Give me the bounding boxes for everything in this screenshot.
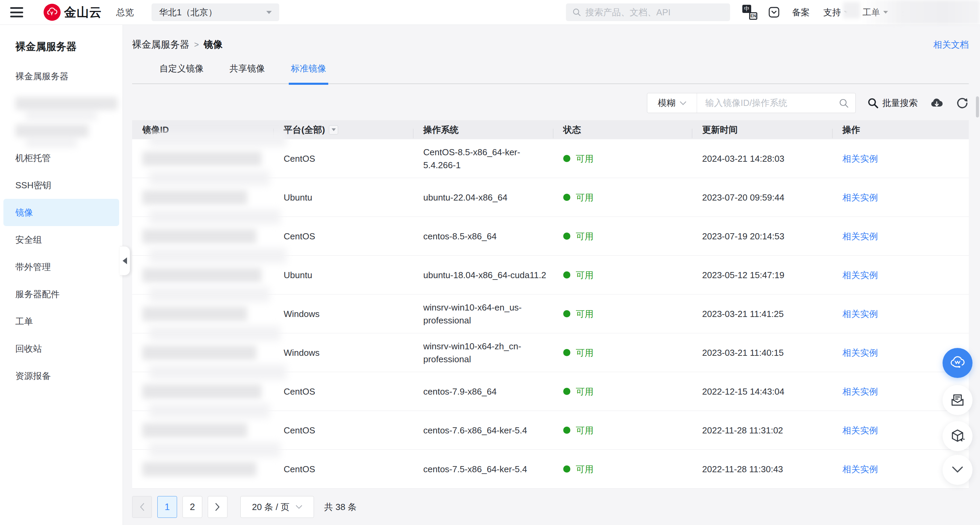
sidebar: 裸金属服务器 裸金属服务器机柜托管SSH密钥镜像安全组带外管理服务器配件工单回收… [0, 25, 123, 525]
sidebar-item-SSH密钥[interactable]: SSH密钥 [0, 172, 123, 199]
feedback-button[interactable] [943, 385, 972, 415]
related-instances-link[interactable]: 相关实例 [842, 464, 878, 474]
search-icon [572, 7, 581, 18]
batch-search-button[interactable]: 批量搜索 [867, 97, 918, 109]
updated-time-cell: 2023-03-21 11:40:15 [692, 346, 832, 359]
related-instances-link[interactable]: 相关实例 [842, 192, 878, 202]
related-instances-link[interactable]: 相关实例 [842, 231, 878, 242]
image-search-input[interactable] [705, 98, 838, 108]
customer-service-button[interactable] [943, 348, 972, 378]
os-cell: ubuntu-22.04-x86_64 [413, 191, 553, 204]
os-cell: centos-7.6-x86_64-ker-5.4 [413, 424, 553, 437]
tab-自定义镜像[interactable]: 自定义镜像 [159, 63, 204, 83]
platform-filter-icon[interactable] [329, 125, 338, 135]
table-body: CentOSCentOS-8.5-x86_64-ker-5.4.266-1可用2… [132, 139, 969, 488]
vertical-scrollbar[interactable] [976, 96, 979, 118]
collapse-fabs-button[interactable] [943, 455, 972, 485]
sidebar-item-redacted-1[interactable] [0, 90, 123, 117]
sidebar-item-label: 机柜托管 [15, 152, 51, 164]
search-icon[interactable] [838, 98, 849, 108]
region-label: 华北1（北京） [159, 6, 217, 18]
region-selector[interactable]: 华北1（北京） [151, 3, 279, 21]
page-size-select[interactable]: 20 条 / 页 [240, 496, 314, 518]
image-id-redacted [142, 190, 247, 205]
tab-标准镜像[interactable]: 标准镜像 [291, 63, 326, 83]
related-instances-link[interactable]: 相关实例 [842, 348, 878, 358]
sidebar-item-label: SSH密钥 [15, 180, 51, 191]
column-header-label: 平台(全部) [284, 124, 325, 136]
related-instances-link[interactable]: 相关实例 [842, 270, 878, 280]
global-search-box[interactable] [566, 3, 730, 21]
updated-time-cell: 2022-12-15 14:43:04 [692, 385, 832, 398]
next-page-button[interactable] [208, 496, 228, 518]
status-dot-icon [563, 426, 570, 434]
breadcrumb: 裸金属服务器 > 镜像 相关文档 [132, 38, 969, 51]
sidebar-item-label: 安全组 [15, 234, 42, 246]
platform-cell: Ubuntu [274, 269, 413, 282]
topbar-nav-label: 备案 [792, 6, 810, 18]
page-button-1[interactable]: 1 [158, 496, 177, 518]
sidebar-item-带外管理[interactable]: 带外管理 [0, 253, 123, 280]
filter-toolbar: 模糊 批量搜索 [132, 93, 969, 113]
global-search-input[interactable] [585, 7, 724, 18]
related-instances-link[interactable]: 相关实例 [842, 387, 878, 397]
related-instances-link[interactable]: 相关实例 [842, 154, 878, 164]
hamburger-menu-icon[interactable] [10, 7, 23, 18]
sidebar-item-安全组[interactable]: 安全组 [0, 226, 123, 253]
sidebar-item-机柜托管[interactable]: 机柜托管 [0, 144, 123, 172]
status-dot-icon [563, 465, 570, 473]
top-navbar: 金山云 总览 华北1（北京） 中 EN 备案支持工单企业费用 [0, 0, 980, 25]
download-button[interactable] [930, 96, 943, 110]
sidebar-item-label: 裸金属服务器 [15, 70, 68, 83]
kingsoft-cloud-console: 金山云 总览 华北1（北京） 中 EN 备案支持工单企业费用 [0, 0, 980, 525]
prev-page-button[interactable] [132, 496, 152, 518]
cube-announce-icon [949, 428, 966, 444]
refresh-button[interactable] [956, 97, 969, 110]
images-table: 镜像ID平台(全部)操作系统状态更新时间操作 CentOSCentOS-8.5-… [132, 120, 969, 488]
sidebar-item-镜像[interactable]: 镜像 [3, 199, 119, 226]
refresh-icon [956, 97, 969, 110]
tab-共享镜像[interactable]: 共享镜像 [229, 63, 265, 83]
sidebar-item-label: 镜像 [15, 207, 33, 219]
sidebar-item-裸金属服务器[interactable]: 裸金属服务器 [0, 63, 123, 90]
image-id-cell [132, 345, 274, 360]
sidebar-item-资源报备[interactable]: 资源报备 [0, 362, 123, 390]
image-id-redacted [142, 462, 256, 476]
topbar-nav-备案[interactable]: 备案 [792, 6, 810, 18]
envelope-doc-icon [949, 392, 966, 408]
table-row: CentOScentos-7.5-x86_64-ker-5.4可用2022-11… [132, 450, 969, 488]
status-dot-icon [563, 271, 570, 278]
sidebar-item-工单[interactable]: 工单 [0, 308, 123, 335]
sidebar-item-回收站[interactable]: 回收站 [0, 335, 123, 362]
action-cell: 相关实例 [832, 191, 969, 204]
sidebar-item-服务器配件[interactable]: 服务器配件 [0, 280, 123, 308]
user-account-redacted[interactable] [861, 0, 980, 24]
brand-logo[interactable]: 金山云 [44, 4, 102, 21]
image-id-redacted [142, 307, 247, 321]
topbar-nav-label: 支持 [823, 6, 841, 18]
main-content: 裸金属服务器 > 镜像 相关文档 自定义镜像共享镜像标准镜像 模糊 [123, 25, 980, 525]
related-instances-link[interactable]: 相关实例 [842, 425, 878, 436]
redacted-patch [843, 2, 860, 18]
sidebar-collapse-handle[interactable] [120, 246, 130, 275]
language-toggle-icon[interactable]: 中 EN [742, 5, 757, 20]
column-header-label: 操作系统 [423, 124, 459, 136]
column-header-操作: 操作 [832, 124, 969, 136]
image-id-cell [132, 462, 274, 476]
overview-link[interactable]: 总览 [116, 6, 134, 18]
status-dot-icon [563, 155, 570, 162]
breadcrumb-parent[interactable]: 裸金属服务器 [132, 38, 189, 51]
product-news-button[interactable] [943, 421, 972, 451]
status-dot-icon [563, 232, 570, 240]
sidebar-item-redacted-2[interactable] [0, 117, 123, 144]
image-id-cell [132, 190, 274, 205]
search-mode-select[interactable]: 模糊 [648, 93, 697, 113]
column-header-label: 状态 [563, 124, 581, 136]
image-id-cell [132, 229, 274, 243]
platform-cell: CentOS [274, 230, 413, 243]
related-docs-link[interactable]: 相关文档 [933, 39, 969, 51]
status-cell: 可用 [553, 230, 692, 243]
message-center-icon[interactable] [767, 6, 780, 19]
page-button-2[interactable]: 2 [183, 496, 202, 518]
related-instances-link[interactable]: 相关实例 [842, 309, 878, 319]
